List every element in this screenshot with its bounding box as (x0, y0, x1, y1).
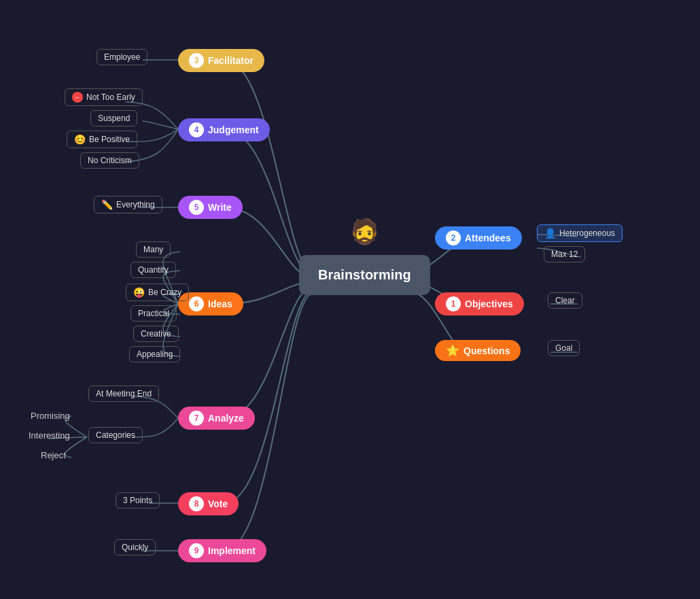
leaf-node-not-too-early: − Not Too Early (65, 88, 143, 106)
leaf-label-three-points: 3 Points (123, 496, 152, 505)
leaf-node-reject: Reject (34, 447, 73, 463)
badge-4: 4 (189, 122, 204, 137)
leaf-at-meeting-end: At Meeting End (88, 386, 159, 402)
leaf-node-practical: Practical (130, 305, 177, 322)
branch-label-vote: Vote (208, 498, 228, 509)
leaf-label-max-12: Max 12 (551, 250, 578, 259)
leaf-label-quantity: Quantity (138, 265, 169, 275)
leaf-node-appealing: Appealing (129, 346, 180, 362)
leaf-appealing: Appealing (129, 346, 180, 362)
emoji-be-positive: 😊 (74, 134, 86, 145)
leaf-label-suspend: Suspend (98, 114, 130, 123)
branch-analyze[interactable]: 7 Analyze (178, 407, 255, 430)
branch-facilitator[interactable]: 3 Facilitator (178, 49, 264, 72)
leaf-quantity: Quantity (130, 262, 176, 278)
leaf-be-crazy: 😜 Be Crazy (126, 284, 189, 301)
leaf-node-goal: Goal (548, 340, 580, 356)
leaf-label-not-too-early: Not Too Early (86, 92, 135, 102)
leaf-node-many: Many (136, 241, 171, 258)
branch-label-judgement: Judgement (208, 124, 259, 135)
emoji-be-crazy: 😜 (133, 287, 145, 298)
leaf-node-at-meeting-end: At Meeting End (88, 386, 159, 402)
center-label: Brainstorming (318, 267, 411, 283)
leaf-node-clear: Clear (548, 292, 582, 309)
leaf-label-interesting: Interesting (29, 430, 70, 441)
branch-objectives[interactable]: 1 Objectives (435, 292, 524, 315)
branch-label-analyze: Analyze (208, 413, 244, 424)
leaf-creative: Creative (133, 326, 179, 342)
leaf-node-quantity: Quantity (130, 262, 176, 278)
branch-label-facilitator: Facilitator (208, 55, 253, 66)
leaf-employee: Employee (97, 49, 147, 65)
leaf-reject: Reject (34, 447, 73, 463)
branch-attendees[interactable]: 2 Attendees (435, 226, 522, 250)
badge-3: 3 (189, 53, 204, 68)
branch-node-vote: 8 Vote (178, 492, 239, 515)
branch-implement[interactable]: 9 Implement (178, 539, 266, 562)
leaf-label-creative: Creative (141, 329, 171, 339)
branch-vote[interactable]: 8 Vote (178, 492, 239, 515)
leaf-node-three-points: 3 Points (116, 492, 160, 509)
leaf-label-many: Many (143, 245, 163, 254)
leaf-node-creative: Creative (133, 326, 179, 342)
leaf-node-heterogeneous: 👤 Heterogeneous (537, 224, 623, 242)
emoji-heterogeneous: 👤 (544, 228, 556, 239)
emoji-everything: ✏️ (101, 199, 113, 210)
badge-minus: − (72, 92, 83, 103)
leaf-label-categories: Categories (96, 430, 135, 440)
branch-judgement[interactable]: 4 Judgement (178, 118, 270, 141)
leaf-node-promising: Promising (24, 408, 77, 424)
leaf-label-at-meeting-end: At Meeting End (96, 389, 152, 398)
badge-9: 9 (189, 543, 204, 558)
leaf-many: Many (136, 241, 171, 258)
leaf-label-clear: Clear (555, 296, 575, 305)
leaf-label-be-crazy: Be Crazy (148, 288, 181, 297)
leaf-goal: Goal (548, 340, 580, 356)
leaf-node-categories: Categories (88, 427, 143, 443)
leaf-node-no-criticism: No Criticism (80, 152, 139, 169)
leaf-suspend: Suspend (90, 110, 137, 126)
badge-6: 6 (189, 296, 204, 311)
leaf-node-be-crazy: 😜 Be Crazy (126, 284, 189, 301)
branch-node-facilitator: 3 Facilitator (178, 49, 264, 72)
leaf-label-everything: Everything (116, 200, 155, 209)
branch-label-attendees: Attendees (465, 233, 511, 243)
branch-node-write: 5 Write (178, 196, 243, 219)
leaf-promising: Promising (24, 408, 77, 424)
badge-5: 5 (189, 200, 204, 215)
branch-label-questions: Questions (463, 345, 510, 356)
leaf-node-employee: Employee (97, 49, 147, 65)
branch-label-ideas: Ideas (208, 298, 232, 309)
branch-label-objectives: Objectives (465, 298, 513, 309)
branch-label-implement: Implement (208, 545, 256, 556)
branch-node-objectives: 1 Objectives (435, 292, 524, 315)
leaf-label-promising: Promising (31, 411, 70, 421)
leaf-everything: ✏️ Everything (94, 196, 162, 213)
person-icon: 🧔 (349, 218, 380, 246)
leaf-heterogeneous: 👤 Heterogeneous (537, 224, 623, 242)
leaf-no-criticism: No Criticism (80, 152, 139, 169)
branch-write[interactable]: 5 Write (178, 196, 243, 219)
leaf-three-points: 3 Points (116, 492, 160, 509)
branch-node-analyze: 7 Analyze (178, 407, 255, 430)
leaf-label-be-positive: Be Positive (89, 135, 130, 144)
badge-8: 8 (189, 496, 204, 511)
leaf-label-heterogeneous: Heterogeneous (559, 228, 615, 238)
badge-1: 1 (446, 296, 461, 311)
leaf-label-quickly: Quickly (122, 543, 148, 552)
leaf-node-interesting: Interesting (22, 428, 77, 443)
branch-node-questions: ⭐ Questions (435, 340, 521, 361)
leaf-not-too-early: − Not Too Early (65, 88, 143, 106)
leaf-node-suspend: Suspend (90, 110, 137, 126)
branch-node-implement: 9 Implement (178, 539, 266, 562)
leaf-label-employee: Employee (104, 52, 140, 62)
leaf-label-appealing: Appealing (137, 349, 173, 359)
branch-questions[interactable]: ⭐ Questions (435, 340, 521, 361)
leaf-interesting: Interesting (22, 428, 77, 443)
leaf-label-no-criticism: No Criticism (88, 156, 132, 165)
badge-2: 2 (446, 230, 461, 245)
branch-node-judgement: 4 Judgement (178, 118, 270, 141)
leaf-clear: Clear (548, 292, 582, 309)
star-icon: ⭐ (446, 344, 459, 357)
badge-7: 7 (189, 411, 204, 426)
